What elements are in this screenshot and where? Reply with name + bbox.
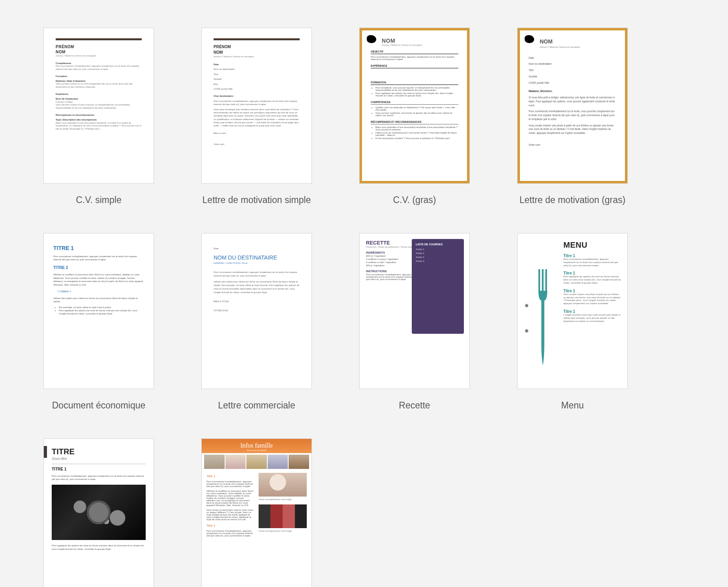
brush-icon (367, 35, 376, 43)
template-label: Lettre de motivation simple (201, 195, 312, 205)
family-photo (259, 473, 307, 497)
svg-rect-0 (538, 269, 540, 292)
template-label: Document économique (43, 400, 154, 411)
svg-rect-2 (545, 269, 547, 292)
template-label: C.V. simple (43, 195, 154, 205)
template-infos-famille[interactable]: Infos famille Votre nom de famille Titre… (201, 438, 312, 587)
template-cv-simple[interactable]: PRÉNOM NOM Adresse | Téléphone | Adresse… (43, 28, 154, 205)
template-label: Lettre commerciale (201, 400, 312, 411)
template-gallery: PRÉNOM NOM Adresse | Téléphone | Adresse… (0, 0, 728, 587)
template-label: Lettre de motivation (gras) (517, 195, 628, 205)
catalogue-image (52, 485, 146, 540)
template-label: Menu (517, 400, 628, 411)
template-lettre-motivation-simple[interactable]: PRÉNOM NOM Adresse | Téléphone | Adresse… (201, 28, 312, 205)
thumbnail: TITRE Sous-titre TITRE 1 Pour commencer … (43, 438, 154, 587)
template-menu[interactable]: ❋❋ MENU Titre 1Pour commencer immédiatem… (517, 233, 628, 411)
svg-rect-1 (542, 269, 544, 292)
template-label: C.V. (gras) (359, 195, 470, 205)
brush-icon (525, 35, 534, 43)
thumbnail: PRÉNOM NOM Adresse | Téléphone | Adresse… (201, 28, 312, 184)
thumbnail: RECETTE Personnes | Temps de préparation… (359, 233, 470, 389)
thumbnail: ❋❋ MENU Titre 1Pour commencer immédiatem… (517, 233, 628, 389)
thumbnail: NOM Adresse | Téléphone | Adresse de mes… (517, 28, 628, 184)
template-lettre-commerciale[interactable]: Date NOM DU DESTINATAIRE ADRESSE | CODE … (201, 233, 312, 411)
thumbnail: PRÉNOM NOM Adresse | Téléphone | Adresse… (43, 28, 154, 184)
thumbnail: TITRE 1 Pour commencer immédiatement, ap… (43, 233, 154, 389)
fork-icon (531, 237, 555, 389)
template-document-economique[interactable]: TITRE 1 Pour commencer immédiatement, ap… (43, 233, 154, 411)
thumbnail: NOM Adresse | Téléphone | Adresse de mes… (359, 28, 470, 184)
template-lettre-motivation-gras[interactable]: NOM Adresse | Téléphone | Adresse de mes… (517, 28, 628, 205)
photo-strip (202, 453, 311, 470)
shopping-list-card: LISTE DE COURSES Article 1 Article 2 Art… (412, 239, 464, 334)
template-label: Recette (359, 400, 470, 411)
template-catalogue[interactable]: TITRE Sous-titre TITRE 1 Pour commencer … (43, 438, 154, 587)
thumbnail: Infos famille Votre nom de famille Titre… (201, 438, 312, 587)
thumbnail: Date NOM DU DESTINATAIRE ADRESSE | CODE … (201, 233, 312, 389)
leaf-decoration: ❋❋ (522, 233, 531, 389)
template-cv-gras[interactable]: NOM Adresse | Téléphone | Adresse de mes… (359, 28, 470, 205)
template-recette[interactable]: RECETTE Personnes | Temps de préparation… (359, 233, 470, 411)
family-photo (259, 504, 307, 528)
